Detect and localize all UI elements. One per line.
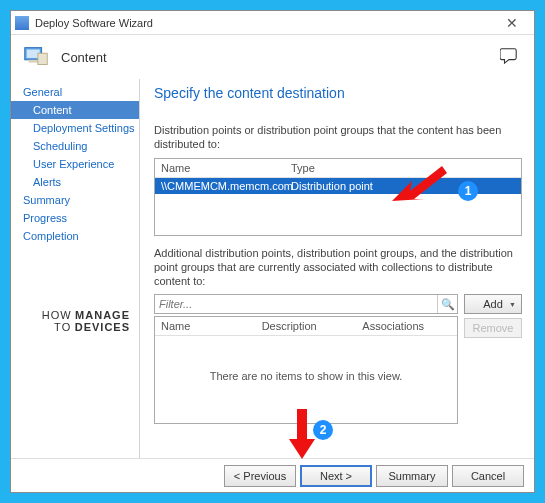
page-heading: Specify the content destination [154,85,522,101]
filter-input[interactable] [155,298,437,310]
nav-user-experience[interactable]: User Experience [11,155,139,173]
col-name[interactable]: Name [155,159,285,177]
search-icon[interactable]: 🔍 [437,295,457,313]
add-label: Add [483,298,503,310]
previous-button[interactable]: < Previous [224,465,296,487]
col2-name[interactable]: Name [155,317,256,335]
col-type[interactable]: Type [285,159,521,177]
additional-grid[interactable]: Name Description Associations There are … [154,316,458,424]
content-pane: Specify the content destination Distribu… [139,79,534,458]
annotation-badge-2: 2 [313,420,333,440]
computer-icon [21,42,51,72]
nav-content[interactable]: Content [11,101,139,119]
svg-rect-2 [29,60,38,63]
wizard-window: Deploy Software Wizard ✕ Content General… [10,10,535,493]
col2-description[interactable]: Description [256,317,357,335]
wizard-header: Content [11,35,534,79]
additional-label: Additional distribution points, distribu… [154,246,522,289]
annotation-badge-1: 1 [458,181,478,201]
grid2-header: Name Description Associations [155,317,457,336]
nav-completion[interactable]: Completion [11,227,139,245]
nav-alerts[interactable]: Alerts [11,173,139,191]
cancel-button[interactable]: Cancel [452,465,524,487]
summary-button[interactable]: Summary [376,465,448,487]
footer: < Previous Next > Summary Cancel [11,458,534,492]
nav-summary[interactable]: Summary [11,191,139,209]
grid-header: Name Type [155,159,521,178]
nav-sidebar: General Content Deployment Settings Sche… [11,79,139,458]
app-icon [15,16,29,30]
distributed-label: Distribution points or distribution poin… [154,123,522,152]
remove-button: Remove [464,318,522,338]
filter-box[interactable]: 🔍 [154,294,458,314]
help-icon[interactable] [500,47,518,65]
chevron-down-icon: ▼ [509,301,516,308]
cell-type: Distribution point [285,178,521,194]
nav-scheduling[interactable]: Scheduling [11,137,139,155]
grid2-empty-text: There are no items to show in this view. [155,336,457,416]
titlebar: Deploy Software Wizard ✕ [11,11,534,35]
section-title: Content [61,50,107,65]
col2-associations[interactable]: Associations [356,317,457,335]
svg-rect-3 [38,53,47,64]
cell-name: \\CMMEMCM.memcm.com [155,178,285,194]
add-button[interactable]: Add ▼ [464,294,522,314]
window-title: Deploy Software Wizard [35,17,494,29]
nav-progress[interactable]: Progress [11,209,139,227]
nav-general[interactable]: General [11,83,139,101]
next-button[interactable]: Next > [300,465,372,487]
nav-deployment-settings[interactable]: Deployment Settings [11,119,139,137]
close-button[interactable]: ✕ [494,12,530,34]
